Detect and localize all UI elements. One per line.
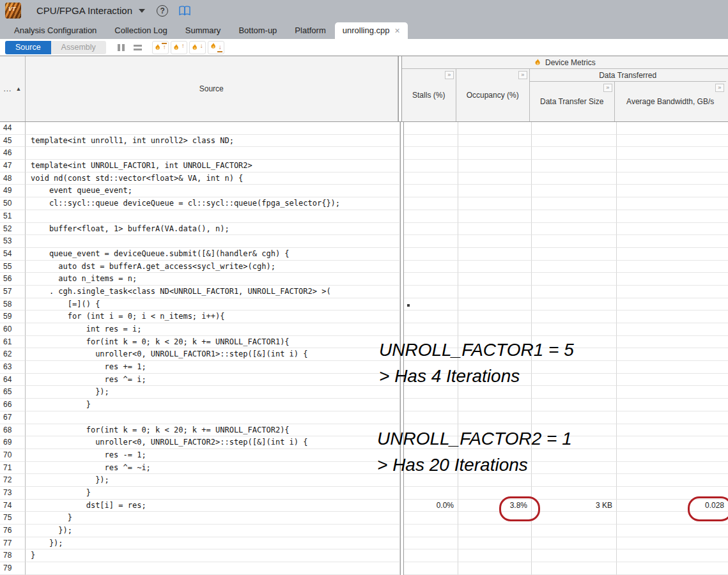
occupancy-value-cell [458,135,532,148]
hotspot-next-icon[interactable]: ↓ [189,41,206,54]
hotspot-last-icon[interactable]: ↓ [208,41,224,54]
source-code-cell: res += 1; [26,361,400,374]
hotspot-first-icon[interactable]: ↑ [152,41,169,54]
source-line-row[interactable]: 69 unroller<0, UNROLL_FACTOR2>::step([&]… [0,436,728,449]
source-line-row[interactable]: 58 [=]() { [0,298,728,311]
chevron-down-icon[interactable] [139,9,145,13]
occupancy-value-cell [458,273,532,286]
source-line-row[interactable]: 57 . cgh.single_task<class ND<UNROLL_FAC… [0,286,728,298]
source-line-row[interactable]: 56 auto n_items = n; [0,273,728,286]
data-transfer-size-value-cell [532,160,617,172]
expand-column-icon[interactable]: » [518,71,527,79]
line-number: 53 [0,235,26,248]
source-button[interactable]: Source [5,41,51,54]
source-code-cell: buffer<float, 1> bufferA(VA.data(), n); [26,223,400,236]
pause-icon[interactable] [118,44,125,51]
source-code-cell: template<int unroll1, int unroll2> class… [26,135,400,148]
avg-bandwidth-value-cell [617,436,728,449]
avg-bandwidth-value-cell [617,411,728,424]
source-line-row[interactable]: 66 } [0,399,728,411]
avg-bandwidth-value-cell [617,122,728,135]
avg-bandwidth-value-cell [617,374,728,387]
data-transfer-size-value-cell [532,172,617,185]
source-line-row[interactable]: 61 for(int k = 0; k < 20; k += UNROLL_FA… [0,336,728,349]
stalls-value-cell [404,172,458,185]
help-icon[interactable]: ? [157,5,168,17]
source-line-row[interactable]: 72 }); [0,474,728,487]
source-line-row[interactable]: 64 res ^= i; [0,374,728,387]
data-transfer-size-value-cell [532,147,617,160]
hotspot-previous-icon[interactable]: ↑ [171,41,187,54]
source-line-row[interactable]: 70 res -= 1; [0,449,728,462]
source-line-row[interactable]: 55 auto dst = bufferA.get_access<sycl_wr… [0,261,728,273]
occupancy-value-cell [458,147,532,160]
line-number-column-header[interactable]: ... ▲ [0,56,26,121]
source-line-row[interactable]: 79 [0,562,728,575]
source-line-row[interactable]: 60 int res = i; [0,323,728,336]
source-line-row[interactable]: 71 res ^= ~i; [0,462,728,475]
tab-analysis-configuration[interactable]: Analysis Configuration [5,22,105,39]
source-line-row[interactable]: 74 dst[i] = res; 0.0% 3.8% 3 KB 0.028 [0,500,728,512]
tab-platform[interactable]: Platform [286,22,334,39]
source-line-row[interactable]: 67 [0,411,728,424]
occupancy-column-header[interactable]: Occupancy (%) » [456,69,530,121]
close-icon[interactable]: × [394,26,399,35]
stalls-column-header[interactable]: Stalls (%) » [402,69,456,121]
view-mode-segmented-control: Source Assembly [5,41,106,54]
expand-column-icon[interactable]: » [445,71,454,79]
line-number: 56 [0,273,26,286]
source-line-row[interactable]: 54 queue_event = deviceQueue.submit([&](… [0,248,728,261]
data-transfer-size-column-header[interactable]: Data Transfer Size » [530,82,615,121]
occupancy-value-cell [458,298,532,311]
tab-bottom-up[interactable]: Bottom-up [229,22,286,39]
device-metrics-group-header: Device Metrics [402,56,728,69]
source-line-row[interactable]: 45 template<int unroll1, int unroll2> cl… [0,135,728,148]
avg-bandwidth-value-cell [617,172,728,185]
source-line-row[interactable]: 75 } [0,512,728,525]
source-line-row[interactable]: 76 }); [0,525,728,537]
view-options-icon[interactable] [134,45,142,50]
source-line-row[interactable]: 65 }); [0,386,728,399]
flame-icon [534,58,541,67]
avg-bandwidth-value-cell [617,135,728,148]
expand-column-icon[interactable]: » [715,84,724,92]
line-number: 70 [0,449,26,462]
avg-bandwidth-value-cell [617,474,728,487]
source-line-row[interactable]: 44 [0,122,728,135]
source-code-cell [26,122,400,135]
stalls-value-cell [404,549,458,562]
tab-collection-log[interactable]: Collection Log [105,22,176,39]
source-line-row[interactable]: 77 }); [0,537,728,550]
source-line-row[interactable]: 48 void nd(const std::vector<float>& VA,… [0,172,728,185]
source-column-header[interactable]: Source [26,56,398,121]
expand-column-icon[interactable]: » [603,84,612,92]
source-line-row[interactable]: 51 [0,210,728,223]
data-transfer-size-value-cell [532,185,617,197]
source-grid-body: 44 45 template<int unroll1, int unroll2>… [0,122,728,575]
source-line-row[interactable]: 68 for(int k = 0; k < 20; k += UNROLL_FA… [0,424,728,437]
documentation-book-icon[interactable] [178,5,191,17]
stalls-value-cell [404,286,458,298]
source-line-row[interactable]: 78 } [0,549,728,562]
source-line-row[interactable]: 50 cl::sycl::queue deviceQueue = cl::syc… [0,197,728,210]
line-number: 74 [0,500,26,512]
source-line-row[interactable]: 63 res += 1; [0,361,728,374]
source-line-row[interactable]: 49 event queue_event; [0,185,728,197]
source-code-cell: template<int UNROLL_FACTOR1, int UNROLL_… [26,160,400,172]
source-line-row[interactable]: 52 buffer<float, 1> bufferA(VA.data(), n… [0,223,728,236]
source-code-cell: unroller<0, UNROLL_FACTOR2>::step([&](in… [26,436,400,449]
line-number: 67 [0,411,26,424]
avg-bandwidth-value-cell [617,235,728,248]
occupancy-value-cell [458,286,532,298]
source-line-row[interactable]: 46 [0,147,728,160]
tab-unrolling-cpp[interactable]: unrolling.cpp × [335,22,408,39]
source-line-row[interactable]: 47 template<int UNROLL_FACTOR1, int UNRO… [0,160,728,172]
avg-bandwidth-column-header[interactable]: Average Bandwidth, GB/s » [615,82,726,121]
source-line-row[interactable]: 59 for (int i = 0; i < n_items; i++){ [0,310,728,323]
source-line-row[interactable]: 62 unroller<0, UNROLL_FACTOR1>::step([&]… [0,348,728,361]
source-line-row[interactable]: 73 } [0,487,728,500]
assembly-button[interactable]: Assembly [51,41,106,54]
source-line-row[interactable]: 53 [0,235,728,248]
tab-summary[interactable]: Summary [176,22,230,39]
data-transferred-header-group: Data Transferred Data Transfer Size » Av… [530,69,726,121]
